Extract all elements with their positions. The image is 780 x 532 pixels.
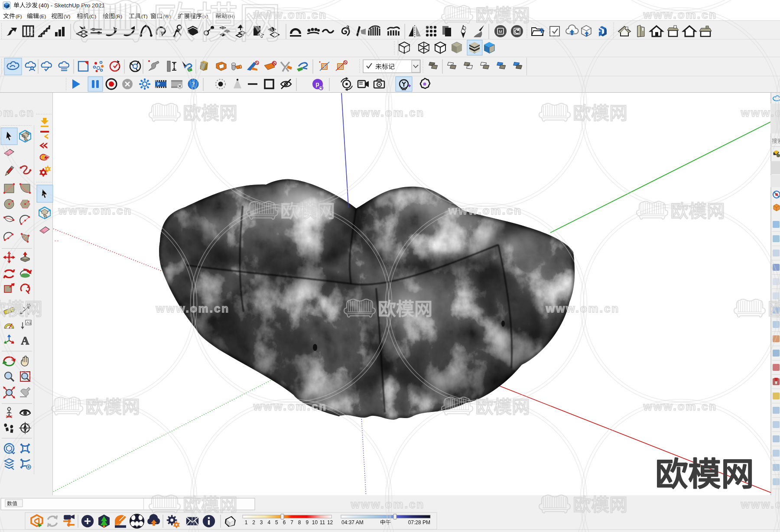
- svg-text:www.om.cn: www.om.cn: [448, 204, 523, 217]
- svg-text:2: 2: [252, 519, 255, 526]
- svg-text:6: 6: [283, 519, 286, 526]
- svg-text:(E): (E): [39, 14, 46, 19]
- svg-text:N: N: [462, 27, 464, 30]
- svg-text:7: 7: [290, 519, 293, 526]
- svg-text:www.om.cn: www.om.cn: [253, 8, 328, 21]
- svg-text:www.om.cn: www.om.cn: [643, 8, 718, 21]
- svg-text:9: 9: [306, 519, 309, 526]
- svg-text:www.om.cn: www.om.cn: [58, 204, 133, 217]
- svg-text:04:37 AM: 04:37 AM: [341, 519, 364, 526]
- svg-text:www.om.cn: www.om.cn: [741, 106, 780, 119]
- svg-text:1: 1: [245, 519, 248, 526]
- svg-text:(R): (R): [115, 14, 122, 19]
- svg-text:8: 8: [298, 519, 301, 526]
- svg-text:07:28 PM: 07:28 PM: [408, 519, 430, 526]
- svg-text:www.om.cn: www.om.cn: [741, 498, 780, 511]
- svg-text:www.om.cn: www.om.cn: [156, 302, 230, 315]
- svg-text:www.om.cn: www.om.cn: [546, 302, 620, 315]
- svg-text:5: 5: [275, 519, 278, 526]
- svg-text:M: M: [499, 29, 502, 34]
- svg-text:www.om.cn: www.om.cn: [253, 400, 328, 413]
- svg-text:A1: A1: [26, 321, 31, 325]
- svg-text:A: A: [21, 334, 29, 347]
- svg-text:12: 12: [327, 519, 333, 526]
- svg-text:11: 11: [320, 519, 325, 526]
- svg-text:www.om.cn: www.om.cn: [0, 106, 35, 119]
- svg-text:10: 10: [312, 519, 318, 526]
- svg-text:www.om.cn: www.om.cn: [351, 498, 425, 511]
- svg-text:(C): (C): [89, 14, 96, 19]
- svg-text:www.om.cn: www.om.cn: [643, 400, 718, 413]
- svg-text:3: 3: [260, 519, 263, 526]
- svg-text:(T): (T): [141, 14, 148, 19]
- svg-text:p: p: [315, 81, 319, 88]
- svg-text:(F): (F): [16, 14, 22, 19]
- svg-text:4: 4: [267, 519, 270, 526]
- svg-text:www.om.cn: www.om.cn: [351, 106, 425, 119]
